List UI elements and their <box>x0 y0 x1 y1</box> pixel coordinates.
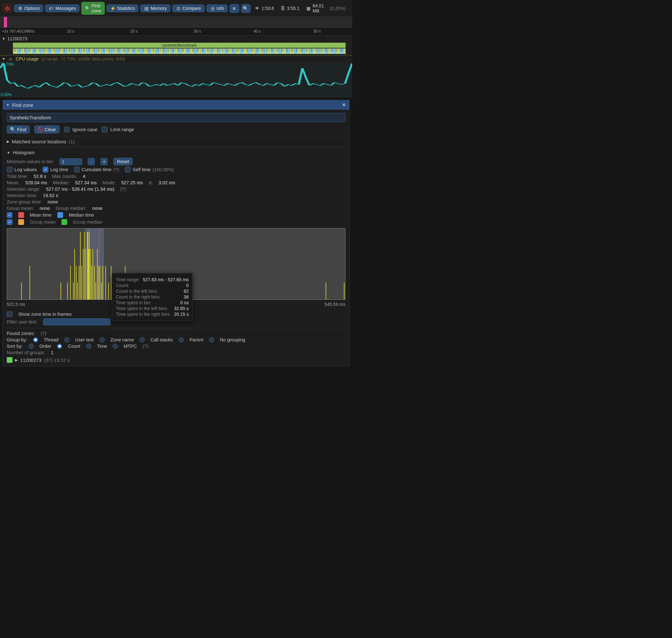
gb-parent-label: Parent <box>190 337 203 342</box>
eye-icon: 👁 <box>255 6 260 11</box>
tt-leftcnt-k: Count in the left bins: <box>116 289 181 294</box>
memory-label: Memory <box>150 6 167 11</box>
seltime-v: 19.52 s <box>43 193 58 198</box>
find-button[interactable]: 🔍Find <box>7 125 30 133</box>
thread-header[interactable]: ▼ 11200273 <box>0 35 352 42</box>
tt-righttime-v: 20.15 s <box>174 312 189 317</box>
messages-button[interactable]: 🏷Messages <box>45 4 79 12</box>
clear-button[interactable]: 🚫Clear <box>34 125 60 133</box>
matched-sources[interactable]: ▶ Matched source locations (1) <box>7 139 345 144</box>
zone-children[interactable]: S\S\S\S\S\S\S\S\S\S\S\S\S\S\S\S\S\S\S\S\… <box>13 48 346 54</box>
search-icon: 🔍 <box>85 6 90 11</box>
sb-time-label: Time <box>97 343 107 349</box>
total-time-k: Total time: <box>7 174 28 179</box>
minbin-input[interactable] <box>60 158 82 165</box>
zoom-icon: 🔍 <box>243 6 248 11</box>
cpu-icon: ☺ <box>8 56 13 62</box>
gmedian-swatch <box>62 219 67 225</box>
group-id: 11200273 <box>20 357 42 363</box>
thread-id: 11200273 <box>7 36 27 41</box>
hist-axis-min: 521.5 ms <box>7 302 25 307</box>
collapse-icon: ▼ <box>2 57 5 61</box>
info-button[interactable]: ◎Info <box>207 4 228 12</box>
groupby-user[interactable] <box>64 337 69 342</box>
reset-button[interactable]: Reset <box>113 158 133 165</box>
tools-button[interactable]: ✕ <box>230 4 239 13</box>
ruler-origin: +3s 767,403,998ns <box>2 29 35 34</box>
memory-button[interactable]: ▤Memory <box>140 4 170 12</box>
groupby-none[interactable] <box>209 337 214 342</box>
maxcounts-v: 4 <box>83 174 85 179</box>
tt-count-v: 0 <box>186 283 189 288</box>
cpu-header[interactable]: ▼ ☺ CPU usage (y-range: 72.73%, visible … <box>0 55 352 62</box>
sb-order-label: Order <box>39 343 51 349</box>
minbin-dec[interactable]: - <box>88 158 95 165</box>
filter-input[interactable] <box>43 318 111 325</box>
memory-icon: ▤ <box>144 6 149 11</box>
median-k: Median: <box>53 180 69 185</box>
zone-track[interactable]: syntheticBenchmark S\S\S\S\S\S\S\S\S\S\S… <box>0 42 352 55</box>
tt-bintime-v: 0 ns <box>180 300 189 305</box>
groupby-parent[interactable] <box>179 337 184 342</box>
gmean-swatch <box>18 219 24 225</box>
show-frames-checkbox[interactable] <box>7 311 13 317</box>
groupby-calls[interactable] <box>140 337 145 342</box>
tt-timerange-k: Time range: <box>116 277 140 282</box>
gb-calls-label: Call stacks <box>150 337 173 342</box>
legend-mean-checkbox[interactable] <box>7 212 13 218</box>
cumulate-checkbox[interactable] <box>74 167 80 172</box>
selrange-k: Selection range: <box>7 186 40 192</box>
minbin-inc[interactable]: + <box>100 158 108 165</box>
histogram-header[interactable]: ▼ Histogram <box>7 150 345 155</box>
cpu-plot[interactable]: 72.73% 0.00% <box>0 62 352 97</box>
legend-gmean-checkbox[interactable] <box>7 219 13 225</box>
sortby-mtpc[interactable] <box>113 343 118 349</box>
ignore-case-label: Ignore case <box>72 127 97 132</box>
scales-icon: ⚖ <box>176 6 181 11</box>
log-values-checkbox[interactable] <box>7 167 13 172</box>
histogram-tooltip: Time range:527.63 ms - 527.65 ms Count:0… <box>112 273 193 321</box>
ignore-case-checkbox[interactable] <box>64 127 70 133</box>
sortby-time[interactable] <box>86 343 91 349</box>
tools-icon: ✕ <box>232 6 237 11</box>
close-icon[interactable]: ✕ <box>342 102 346 108</box>
log-time-checkbox[interactable] <box>43 167 48 172</box>
options-button[interactable]: ⚙Options <box>14 4 43 12</box>
tt-timerange-v: 527.63 ms - 527.65 ms <box>143 277 189 282</box>
groupby-label: Group by: <box>7 337 27 342</box>
statistics-button[interactable]: ⚡Statistics <box>106 4 138 12</box>
sortby-count[interactable] <box>57 343 62 349</box>
sortby-label: Sort by: <box>7 343 23 349</box>
selrange-help: (?) <box>120 186 126 192</box>
compare-button[interactable]: ⚖Compare <box>172 4 204 12</box>
findzone-titlebar[interactable]: ▼Find zone ✕ <box>3 100 349 110</box>
tt-count-k: Count: <box>116 283 183 288</box>
power-button[interactable]: ⏻ <box>3 4 12 13</box>
sortby-order[interactable] <box>29 343 34 349</box>
legend-median: Median time <box>69 213 94 218</box>
legend-gmedian: Group median <box>73 219 102 224</box>
findzone-button[interactable]: 🔍Find zone <box>81 2 105 15</box>
groupby-zone[interactable] <box>100 337 105 342</box>
group-row[interactable]: ▶ 11200273 (37) 19.52 s <box>7 357 345 363</box>
time-ruler[interactable]: +3s 767,403,998ns 10 s 20 s 30 s 40 s 50… <box>0 28 352 35</box>
tt-lefttime-k: Time spent in the left bins: <box>116 306 171 311</box>
findzone-label: Find zone <box>92 3 101 14</box>
limit-range-checkbox[interactable] <box>102 127 108 133</box>
zone-synthetic-benchmark[interactable]: syntheticBenchmark <box>13 43 346 48</box>
selftime-checkbox[interactable] <box>125 167 131 172</box>
ruler-tick: 30 s <box>194 29 201 34</box>
frames-minitrack[interactable] <box>0 17 352 28</box>
memory-pct: (0.20%) <box>330 6 345 11</box>
groupby-thread[interactable] <box>33 337 38 342</box>
main-toolbar: ⏻ ⚙Options 🏷Messages 🔍Find zone ⚡Statist… <box>0 0 352 17</box>
log-values-label: Log values <box>14 167 37 172</box>
gb-zone-label: Zone name <box>111 337 134 342</box>
cpu-title: CPU usage <box>16 56 39 62</box>
search-input[interactable] <box>7 113 345 122</box>
sigma-v: 3.02 ms <box>159 180 175 185</box>
zoom-button[interactable]: 🔍 <box>241 4 251 13</box>
view-time: 👁1:53.6 <box>255 6 274 11</box>
chip-icon: ▦ <box>306 6 311 11</box>
tt-lefttime-v: 32.65 s <box>174 306 189 311</box>
